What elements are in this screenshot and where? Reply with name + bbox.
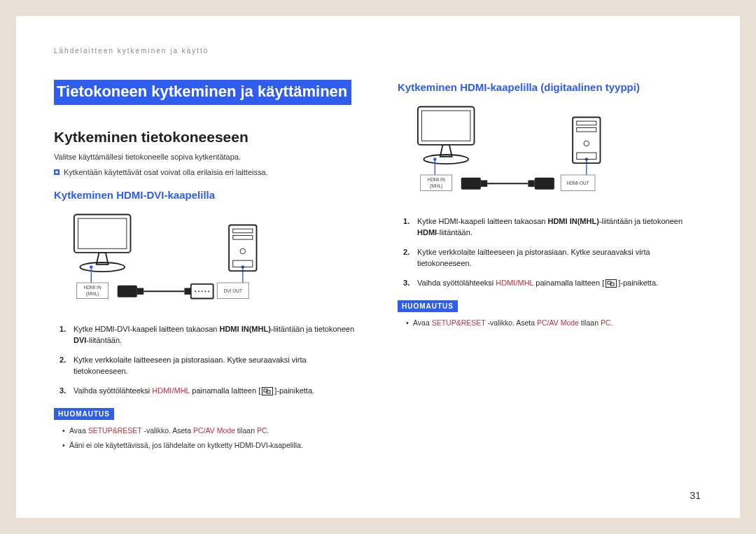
svg-point-17 <box>204 290 206 292</box>
note-item: Ääni ei ole käytettävissä, jos lähdelait… <box>62 440 358 451</box>
svg-point-18 <box>208 290 209 292</box>
svg-rect-48 <box>577 121 596 125</box>
svg-rect-12 <box>184 288 190 295</box>
step-2: Kytke verkkolaite laitteeseen ja pistora… <box>64 355 358 377</box>
source-button-icon <box>606 279 617 288</box>
svg-rect-39 <box>461 178 481 190</box>
note-item: Avaa SETUP&RESET -valikko. Aseta PC/AV M… <box>406 318 702 328</box>
left-column: Tietokoneen kytkeminen ja käyttäminen Ky… <box>54 80 358 455</box>
breadcrumb: Lähdelaitteen kytkeminen ja käyttö <box>54 47 702 55</box>
page-number: 31 <box>690 490 701 501</box>
svg-point-26 <box>240 248 246 254</box>
info-bullet: Kytkentään käytettävät osat voivat olla … <box>54 168 358 176</box>
lead-text: Valitse käyttämällesi tietokoneelle sopi… <box>54 153 358 161</box>
steps-list-dvi: Kytke HDMI-DVI-kaapeli laitteen takaosan… <box>64 324 358 397</box>
svg-rect-10 <box>118 286 137 297</box>
svg-point-50 <box>584 141 589 146</box>
svg-point-35 <box>433 157 437 161</box>
svg-rect-3 <box>78 218 127 248</box>
content-columns: Tietokoneen kytkeminen ja käyttäminen Ky… <box>54 80 702 455</box>
svg-rect-32 <box>422 111 470 141</box>
note-badge: HUOMAUTUS <box>54 408 114 420</box>
svg-rect-1 <box>55 171 57 173</box>
step-1: Kytke HDMI-kaapeli laitteen takaosan HDM… <box>407 216 702 239</box>
figure-hdmi-hdmi: HDMI IN (MHL) HDMI OUT <box>399 101 623 206</box>
svg-point-14 <box>195 290 196 292</box>
svg-point-6 <box>90 265 93 269</box>
note-badge: HUOMAUTUS <box>398 300 458 312</box>
source-button-icon <box>262 387 273 395</box>
svg-text:HDMI OUT: HDMI OUT <box>566 181 589 185</box>
steps-list-hdmi: Kytke HDMI-kaapeli laitteen takaosan HDM… <box>407 216 702 289</box>
page-container: Lähdelaitteen kytkeminen ja käyttö Tieto… <box>16 16 740 518</box>
svg-rect-24 <box>233 229 253 233</box>
svg-rect-25 <box>233 236 253 240</box>
svg-text:(MHL): (MHL) <box>430 183 442 189</box>
subsection-heading-dvi: Kytkeminen HDMI-DVI-kaapelilla <box>54 189 358 201</box>
svg-text:DVI OUT: DVI OUT <box>223 288 242 293</box>
bullet-marker-icon <box>54 169 59 175</box>
page-title: Tietokoneen kytkeminen ja käyttäminen <box>54 80 351 105</box>
note-item: Avaa SETUP&RESET -valikko. Aseta PC/AV M… <box>62 426 358 436</box>
svg-point-15 <box>198 290 200 292</box>
svg-point-16 <box>202 290 203 292</box>
svg-rect-11 <box>137 288 144 295</box>
step-3: Vaihda syöttölähteeksi HDMI/MHL painamal… <box>407 278 702 289</box>
subsection-heading-hdmi: Kytkeminen HDMI-kaapelilla (digitaalinen… <box>398 81 702 93</box>
right-column: Kytkeminen HDMI-kaapelilla (digitaalinen… <box>398 80 702 455</box>
svg-rect-41 <box>528 181 534 187</box>
note-list-dvi: Avaa SETUP&RESET -valikko. Aseta PC/AV M… <box>62 426 358 451</box>
svg-rect-31 <box>418 107 475 145</box>
svg-rect-42 <box>535 178 554 190</box>
figure-hdmi-dvi: HDMI IN (MHL) DVI OUT <box>55 209 279 314</box>
step-3: Vaihda syöttölähteeksi HDMI/MHL painamal… <box>64 386 358 397</box>
section-heading: Kytkeminen tietokoneeseen <box>54 129 358 146</box>
info-bullet-text: Kytkentään käytettävät osat voivat olla … <box>64 168 268 176</box>
svg-rect-49 <box>577 128 596 132</box>
step-2: Kytke verkkolaite laitteeseen ja pistora… <box>407 247 702 269</box>
svg-text:(MHL): (MHL) <box>86 291 99 297</box>
svg-rect-2 <box>74 215 131 253</box>
note-list-hdmi: Avaa SETUP&RESET -valikko. Aseta PC/AV M… <box>406 318 702 328</box>
svg-text:HDMI IN: HDMI IN <box>84 285 102 290</box>
step-1: Kytke HDMI-DVI-kaapeli laitteen takaosan… <box>64 324 358 346</box>
svg-rect-40 <box>481 181 487 187</box>
svg-text:HDMI IN: HDMI IN <box>428 177 445 182</box>
